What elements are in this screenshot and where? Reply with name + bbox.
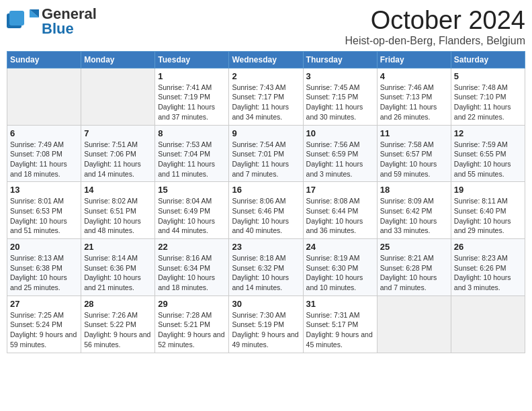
day-number: 23 [232, 242, 300, 252]
day-number: 31 [306, 299, 374, 309]
calendar-cell: 20Sunrise: 8:13 AMSunset: 6:38 PMDayligh… [7, 239, 81, 296]
day-info: Sunrise: 8:21 AMSunset: 6:28 PMDaylight:… [380, 253, 448, 293]
day-info: Sunrise: 7:25 AMSunset: 5:24 PMDaylight:… [10, 310, 78, 350]
calendar-cell: 28Sunrise: 7:26 AMSunset: 5:22 PMDayligh… [81, 295, 155, 353]
calendar-table: SundayMondayTuesdayWednesdayThursdayFrid… [7, 51, 525, 353]
day-number: 3 [306, 71, 374, 81]
day-number: 13 [10, 185, 78, 195]
month-year: October 2024 [345, 7, 525, 35]
calendar-cell: 3Sunrise: 7:45 AMSunset: 7:15 PMDaylight… [303, 68, 377, 125]
day-info: Sunrise: 8:02 AMSunset: 6:51 PMDaylight:… [84, 196, 152, 236]
calendar-cell: 12Sunrise: 7:59 AMSunset: 6:55 PMDayligh… [451, 125, 525, 182]
day-number: 19 [454, 185, 522, 195]
day-number: 12 [454, 128, 522, 138]
day-info: Sunrise: 7:26 AMSunset: 5:22 PMDaylight:… [84, 310, 152, 350]
day-info: Sunrise: 7:56 AMSunset: 6:59 PMDaylight:… [306, 140, 374, 179]
calendar-cell: 6Sunrise: 7:49 AMSunset: 7:08 PMDaylight… [7, 125, 81, 182]
day-info: Sunrise: 7:46 AMSunset: 7:13 PMDaylight:… [380, 83, 448, 122]
day-number: 30 [232, 299, 300, 309]
calendar-week-row: 27Sunrise: 7:25 AMSunset: 5:24 PMDayligh… [7, 295, 525, 353]
calendar-cell: 22Sunrise: 8:16 AMSunset: 6:34 PMDayligh… [155, 239, 229, 296]
calendar-cell [451, 295, 525, 353]
day-info: Sunrise: 7:28 AMSunset: 5:21 PMDaylight:… [158, 310, 226, 350]
day-info: Sunrise: 7:53 AMSunset: 7:04 PMDaylight:… [158, 140, 226, 179]
day-number: 20 [10, 242, 78, 252]
calendar-cell: 25Sunrise: 8:21 AMSunset: 6:28 PMDayligh… [377, 239, 451, 296]
calendar-cell: 29Sunrise: 7:28 AMSunset: 5:21 PMDayligh… [155, 295, 229, 353]
calendar-cell: 5Sunrise: 7:48 AMSunset: 7:10 PMDaylight… [451, 68, 525, 125]
day-info: Sunrise: 8:23 AMSunset: 6:26 PMDaylight:… [454, 253, 522, 293]
day-header-wednesday: Wednesday [229, 51, 303, 68]
day-number: 22 [158, 242, 226, 252]
calendar-week-row: 1Sunrise: 7:41 AMSunset: 7:19 PMDaylight… [7, 68, 525, 125]
calendar-cell: 30Sunrise: 7:30 AMSunset: 5:19 PMDayligh… [229, 295, 303, 353]
calendar-cell: 11Sunrise: 7:58 AMSunset: 6:57 PMDayligh… [377, 125, 451, 182]
day-number: 7 [84, 128, 152, 138]
calendar-cell: 27Sunrise: 7:25 AMSunset: 5:24 PMDayligh… [7, 295, 81, 353]
day-number: 6 [10, 128, 78, 138]
calendar-cell: 17Sunrise: 8:08 AMSunset: 6:44 PMDayligh… [303, 182, 377, 239]
day-number: 14 [84, 185, 152, 195]
day-number: 27 [10, 299, 78, 309]
calendar-cell: 9Sunrise: 7:54 AMSunset: 7:01 PMDaylight… [229, 125, 303, 182]
calendar-cell [377, 295, 451, 353]
day-info: Sunrise: 8:06 AMSunset: 6:46 PMDaylight:… [232, 196, 300, 236]
day-info: Sunrise: 8:18 AMSunset: 6:32 PMDaylight:… [232, 253, 300, 293]
svg-rect-1 [9, 11, 24, 26]
day-number: 2 [232, 71, 300, 81]
calendar-cell: 14Sunrise: 8:02 AMSunset: 6:51 PMDayligh… [81, 182, 155, 239]
day-number: 24 [306, 242, 374, 252]
day-header-tuesday: Tuesday [155, 51, 229, 68]
location: Heist-op-den-Berg, Flanders, Belgium [345, 35, 525, 47]
day-info: Sunrise: 8:01 AMSunset: 6:53 PMDaylight:… [10, 196, 78, 236]
day-info: Sunrise: 7:54 AMSunset: 7:01 PMDaylight:… [232, 140, 300, 179]
calendar-cell [7, 68, 81, 125]
calendar-cell: 16Sunrise: 8:06 AMSunset: 6:46 PMDayligh… [229, 182, 303, 239]
day-info: Sunrise: 7:58 AMSunset: 6:57 PMDaylight:… [380, 140, 448, 179]
calendar-week-row: 6Sunrise: 7:49 AMSunset: 7:08 PMDaylight… [7, 125, 525, 182]
day-info: Sunrise: 8:13 AMSunset: 6:38 PMDaylight:… [10, 253, 78, 293]
day-header-friday: Friday [377, 51, 451, 68]
day-info: Sunrise: 7:59 AMSunset: 6:55 PMDaylight:… [454, 140, 522, 179]
day-number: 1 [158, 71, 226, 81]
day-number: 28 [84, 299, 152, 309]
day-number: 11 [380, 128, 448, 138]
day-number: 15 [158, 185, 226, 195]
day-number: 5 [454, 71, 522, 81]
day-info: Sunrise: 8:08 AMSunset: 6:44 PMDaylight:… [306, 196, 374, 236]
calendar-cell: 23Sunrise: 8:18 AMSunset: 6:32 PMDayligh… [229, 239, 303, 296]
day-info: Sunrise: 8:16 AMSunset: 6:34 PMDaylight:… [158, 253, 226, 293]
day-header-sunday: Sunday [7, 51, 81, 68]
day-info: Sunrise: 7:49 AMSunset: 7:08 PMDaylight:… [10, 140, 78, 179]
calendar-cell: 24Sunrise: 8:19 AMSunset: 6:30 PMDayligh… [303, 239, 377, 296]
day-number: 4 [380, 71, 448, 81]
day-info: Sunrise: 7:41 AMSunset: 7:19 PMDaylight:… [158, 83, 226, 122]
calendar-cell: 8Sunrise: 7:53 AMSunset: 7:04 PMDaylight… [155, 125, 229, 182]
calendar-cell: 18Sunrise: 8:09 AMSunset: 6:42 PMDayligh… [377, 182, 451, 239]
calendar-cell: 10Sunrise: 7:56 AMSunset: 6:59 PMDayligh… [303, 125, 377, 182]
calendar-cell: 15Sunrise: 8:04 AMSunset: 6:49 PMDayligh… [155, 182, 229, 239]
calendar-cell: 7Sunrise: 7:51 AMSunset: 7:06 PMDaylight… [81, 125, 155, 182]
day-info: Sunrise: 7:31 AMSunset: 5:17 PMDaylight:… [306, 310, 374, 350]
day-number: 9 [232, 128, 300, 138]
calendar-cell: 13Sunrise: 8:01 AMSunset: 6:53 PMDayligh… [7, 182, 81, 239]
calendar-week-row: 13Sunrise: 8:01 AMSunset: 6:53 PMDayligh… [7, 182, 525, 239]
calendar-cell: 1Sunrise: 7:41 AMSunset: 7:19 PMDaylight… [155, 68, 229, 125]
logo-icon [7, 8, 39, 35]
calendar-cell: 2Sunrise: 7:43 AMSunset: 7:17 PMDaylight… [229, 68, 303, 125]
day-header-monday: Monday [81, 51, 155, 68]
calendar-week-row: 20Sunrise: 8:13 AMSunset: 6:38 PMDayligh… [7, 239, 525, 296]
day-info: Sunrise: 7:30 AMSunset: 5:19 PMDaylight:… [232, 310, 300, 350]
page-header: General Blue October 2024 Heist-op-den-B… [7, 7, 525, 47]
calendar-cell: 21Sunrise: 8:14 AMSunset: 6:36 PMDayligh… [81, 239, 155, 296]
calendar-cell: 4Sunrise: 7:46 AMSunset: 7:13 PMDaylight… [377, 68, 451, 125]
calendar-cell: 19Sunrise: 8:11 AMSunset: 6:40 PMDayligh… [451, 182, 525, 239]
calendar-header-row: SundayMondayTuesdayWednesdayThursdayFrid… [7, 51, 525, 68]
day-number: 21 [84, 242, 152, 252]
day-number: 16 [232, 185, 300, 195]
day-info: Sunrise: 7:48 AMSunset: 7:10 PMDaylight:… [454, 83, 522, 122]
day-info: Sunrise: 8:14 AMSunset: 6:36 PMDaylight:… [84, 253, 152, 293]
day-info: Sunrise: 8:04 AMSunset: 6:49 PMDaylight:… [158, 196, 226, 236]
logo: General Blue [7, 7, 97, 36]
calendar-cell: 26Sunrise: 8:23 AMSunset: 6:26 PMDayligh… [451, 239, 525, 296]
